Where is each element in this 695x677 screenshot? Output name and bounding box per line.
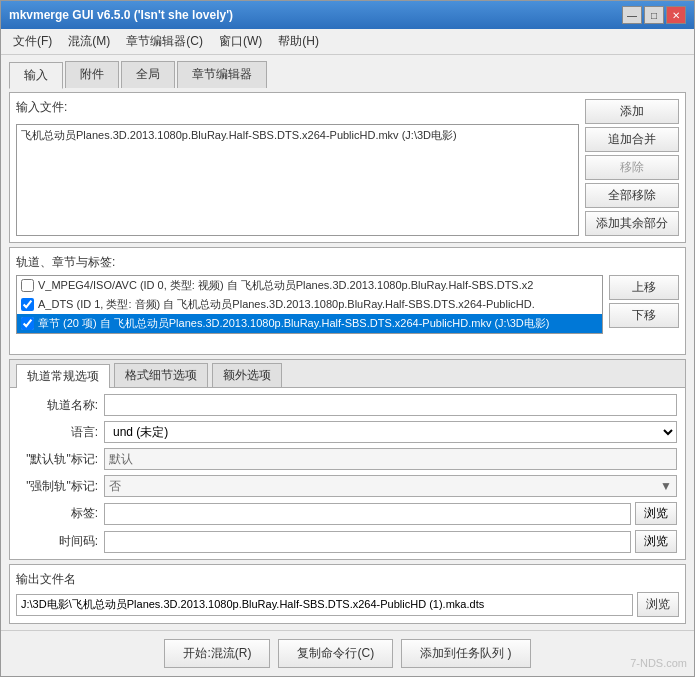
language-label: 语言:	[18, 424, 98, 441]
menu-help[interactable]: 帮助(H)	[270, 31, 327, 52]
forced-flag-row: "强制轨"标记: 否 ▼	[18, 475, 677, 497]
close-button[interactable]: ✕	[666, 6, 686, 24]
add-merge-button[interactable]: 追加合并	[585, 127, 679, 152]
track-item-0[interactable]: V_MPEG4/ISO/AVC (ID 0, 类型: 视频) 自 飞机总动员Pl…	[17, 276, 602, 295]
track-move-buttons: 上移 下移	[609, 275, 679, 328]
tracks-content: V_MPEG4/ISO/AVC (ID 0, 类型: 视频) 自 飞机总动员Pl…	[16, 275, 679, 348]
track-name-row: 轨道名称:	[18, 394, 677, 416]
tracks-label: 轨道、章节与标签:	[16, 254, 679, 271]
tracks-list: V_MPEG4/ISO/AVC (ID 0, 类型: 视频) 自 飞机总动员Pl…	[16, 275, 603, 334]
bottom-bar: 开始:混流(R) 复制命令行(C) 添加到任务队列 )	[1, 630, 694, 676]
tags-label: 标签:	[18, 505, 98, 522]
timecodes-label: 时间码:	[18, 533, 98, 550]
tags-input-group: 浏览	[104, 502, 677, 525]
track-text-1: A_DTS (ID 1, 类型: 音频) 自 飞机总动员Planes.3D.20…	[38, 297, 535, 312]
output-section: 输出文件名 浏览	[9, 564, 686, 624]
add-other-button[interactable]: 添加其余部分	[585, 211, 679, 236]
output-path-input[interactable]	[16, 594, 633, 616]
track-options-section: 轨道常规选项 格式细节选项 额外选项 轨道名称: 语言: und (未定) "默…	[9, 359, 686, 560]
forced-flag-label: "强制轨"标记:	[18, 478, 98, 495]
track-name-input[interactable]	[104, 394, 677, 416]
move-up-button[interactable]: 上移	[609, 275, 679, 300]
menu-file[interactable]: 文件(F)	[5, 31, 60, 52]
track-tab-general[interactable]: 轨道常规选项	[16, 364, 110, 388]
main-window: mkvmerge GUI v6.5.0 ('Isn't she lovely')…	[0, 0, 695, 677]
language-select[interactable]: und (未定)	[104, 421, 677, 443]
default-flag-label: "默认轨"标记:	[18, 451, 98, 468]
output-row: 浏览	[16, 592, 679, 617]
tab-input[interactable]: 输入	[9, 62, 63, 89]
watermark: 7-NDS.com	[630, 657, 687, 669]
copy-cmd-button[interactable]: 复制命令行(C)	[278, 639, 393, 668]
menu-window[interactable]: 窗口(W)	[211, 31, 270, 52]
input-files-label: 输入文件:	[16, 99, 579, 116]
input-file-item: 飞机总动员Planes.3D.2013.1080p.BluRay.Half-SB…	[19, 127, 576, 144]
menu-chapter-editor[interactable]: 章节编辑器(C)	[118, 31, 211, 52]
forced-flag-value: 否	[109, 478, 660, 495]
default-flag-row: "默认轨"标记: 默认	[18, 448, 677, 470]
title-bar: mkvmerge GUI v6.5.0 ('Isn't she lovely')…	[1, 1, 694, 29]
input-files-list: 飞机总动员Planes.3D.2013.1080p.BluRay.Half-SB…	[16, 124, 579, 236]
menu-bar: 文件(F) 混流(M) 章节编辑器(C) 窗口(W) 帮助(H)	[1, 29, 694, 55]
tracks-section: 轨道、章节与标签: V_MPEG4/ISO/AVC (ID 0, 类型: 视频)…	[9, 247, 686, 355]
track-text-2: 章节 (20 项) 自 飞机总动员Planes.3D.2013.1080p.Bl…	[38, 316, 549, 331]
track-tab-extra[interactable]: 额外选项	[212, 363, 282, 387]
tab-attachments[interactable]: 附件	[65, 61, 119, 88]
menu-mix[interactable]: 混流(M)	[60, 31, 118, 52]
forced-flag-arrow: ▼	[660, 479, 672, 493]
track-checkbox-1[interactable]	[21, 298, 34, 311]
language-row: 语言: und (未定)	[18, 421, 677, 443]
window-title: mkvmerge GUI v6.5.0 ('Isn't she lovely')	[9, 8, 233, 22]
track-item-2[interactable]: 章节 (20 项) 自 飞机总动员Planes.3D.2013.1080p.Bl…	[17, 314, 602, 333]
track-checkbox-2[interactable]	[21, 317, 34, 330]
tab-global[interactable]: 全局	[121, 61, 175, 88]
track-tabs: 轨道常规选项 格式细节选项 额外选项	[10, 360, 685, 388]
add-queue-button[interactable]: 添加到任务队列 )	[401, 639, 530, 668]
input-files-section: 输入文件: 飞机总动员Planes.3D.2013.1080p.BluRay.H…	[9, 92, 686, 243]
tags-browse-button[interactable]: 浏览	[635, 502, 677, 525]
timecodes-input-group: 浏览	[104, 530, 677, 553]
output-browse-button[interactable]: 浏览	[637, 592, 679, 617]
track-options-body: 轨道名称: 语言: und (未定) "默认轨"标记: 默认 "强制轨"标记:	[10, 388, 685, 559]
restore-button[interactable]: □	[644, 6, 664, 24]
add-button[interactable]: 添加	[585, 99, 679, 124]
window-controls: — □ ✕	[622, 6, 686, 24]
remove-button[interactable]: 移除	[585, 155, 679, 180]
minimize-button[interactable]: —	[622, 6, 642, 24]
track-checkbox-0[interactable]	[21, 279, 34, 292]
main-tabs: 输入 附件 全局 章节编辑器	[9, 61, 686, 88]
tags-row: 标签: 浏览	[18, 502, 677, 525]
input-files-buttons: 添加 追加合并 移除 全部移除 添加其余部分	[585, 99, 679, 236]
tab-chapter-editor[interactable]: 章节编辑器	[177, 61, 267, 88]
tags-input[interactable]	[104, 503, 631, 525]
track-text-0: V_MPEG4/ISO/AVC (ID 0, 类型: 视频) 自 飞机总动员Pl…	[38, 278, 533, 293]
main-content: 输入 附件 全局 章节编辑器 输入文件: 飞机总动员Planes.3D.2013…	[1, 55, 694, 630]
default-flag-select[interactable]: 默认	[104, 448, 677, 470]
timecodes-browse-button[interactable]: 浏览	[635, 530, 677, 553]
track-item-1[interactable]: A_DTS (ID 1, 类型: 音频) 自 飞机总动员Planes.3D.20…	[17, 295, 602, 314]
start-button[interactable]: 开始:混流(R)	[164, 639, 270, 668]
track-tab-format[interactable]: 格式细节选项	[114, 363, 208, 387]
timecodes-row: 时间码: 浏览	[18, 530, 677, 553]
forced-flag-select[interactable]: 否 ▼	[104, 475, 677, 497]
remove-all-button[interactable]: 全部移除	[585, 183, 679, 208]
output-label: 输出文件名	[16, 571, 679, 588]
timecodes-input[interactable]	[104, 531, 631, 553]
move-down-button[interactable]: 下移	[609, 303, 679, 328]
track-name-label: 轨道名称:	[18, 397, 98, 414]
